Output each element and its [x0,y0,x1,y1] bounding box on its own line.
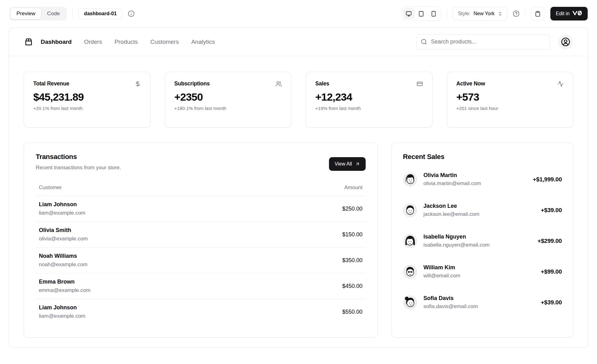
list-item: Jackson Lee jackson.lee@email.com +$39.0… [403,203,562,217]
avatar [403,172,417,187]
sale-amount: +$1,999.00 [533,176,562,183]
account-button[interactable] [558,34,573,49]
table-row: Noah Williams noah@example.com $350.00 [36,248,366,273]
nav-link-products[interactable]: Products [114,39,138,45]
transaction-amount: $250.00 [262,196,365,222]
sale-customer-email: sofia.davis@email.com [423,303,535,310]
stat-card-active-now: Active Now +573 +201 since last hour [447,72,574,128]
stat-title: Total Revenue [33,80,69,87]
table-row: Emma Brown emma@example.com $450.00 [36,273,366,299]
style-select-label: Style: [458,11,470,16]
customer-email: liam@example.com [39,210,259,216]
tab-code[interactable]: Code [41,8,66,19]
view-all-button[interactable]: View All [329,157,366,171]
customer-email: emma@example.com [39,287,259,293]
monitor-icon[interactable] [403,8,415,19]
customer-name: Noah Williams [39,253,259,259]
customer-email: noah@example.com [39,262,259,268]
list-item: Isabella Nguyen isabella.nguyen@email.co… [403,234,562,248]
tab-preview[interactable]: Preview [11,8,41,19]
stat-delta: +180.1% from last month [174,106,282,111]
stat-card-sales: Sales +12,234 +19% from last month [306,72,433,128]
transaction-amount: $150.00 [262,222,365,248]
transactions-title: Transactions [36,153,121,161]
dashboard-navbar: Dashboard Orders Products Customers Anal… [9,28,588,56]
stat-delta: +201 since last hour [456,106,564,111]
nav-link-orders[interactable]: Orders [84,39,102,45]
avatar [403,234,417,248]
arrow-up-right-icon [355,162,360,166]
search-field-wrap [416,34,550,50]
dollar-sign-icon [135,81,141,87]
toolbar-divider [447,10,447,18]
nav-link-analytics[interactable]: Analytics [191,39,215,45]
search-input[interactable] [416,34,550,50]
device-toggle-group [401,7,441,21]
sale-amount: +$39.00 [541,207,562,214]
stat-title: Sales [315,80,329,87]
recent-sales-list: Olivia Martin olivia.martin@email.com +$… [403,172,562,310]
clipboard-icon [535,11,541,17]
customer-name: Olivia Smith [39,227,259,234]
stat-card-subscriptions: Subscriptions +2350 +180.1% from last mo… [165,72,292,128]
transaction-amount: $350.00 [262,248,365,273]
preview-toolbar: Preview Code dashboard-01 Style: New Yor… [0,0,597,27]
view-all-label: View All [335,161,352,167]
customer-email: liam@example.com [39,313,259,319]
transactions-card: Transactions Recent transactions from yo… [24,143,378,338]
stat-title: Subscriptions [174,80,210,87]
sale-customer-name: Jackson Lee [423,203,535,209]
info-icon[interactable] [128,10,135,17]
stat-delta: +20.1% from last month [33,106,141,111]
column-header-customer: Customer [36,181,262,196]
transactions-subtitle: Recent transactions from your store. [36,165,121,171]
smartphone-icon[interactable] [428,8,440,19]
avatar [403,203,417,217]
customer-name: Liam Johnson [39,304,259,311]
transaction-amount: $450.00 [262,273,365,299]
stat-card-total-revenue: Total Revenue $45,231.89 +20.1% from las… [24,72,150,128]
style-select-value: New York [474,11,495,16]
circle-help-icon[interactable] [513,10,520,17]
sale-amount: +$99.00 [541,268,562,275]
chevrons-up-down-icon [498,11,502,16]
v0-logo-icon [572,11,582,17]
package-icon [24,37,33,47]
recent-sales-title: Recent Sales [403,153,562,161]
recent-sales-card: Recent Sales [391,143,573,338]
stat-value: +12,234 [315,91,423,103]
sale-customer-email: olivia.martin@email.com [423,180,527,187]
stats-row: Total Revenue $45,231.89 +20.1% from las… [24,72,573,128]
activity-icon [558,81,564,87]
stat-value: +573 [456,91,564,103]
sale-customer-name: Sofia Davis [423,295,535,302]
table-row: Liam Johnson liam@example.com $550.00 [36,299,366,325]
users-icon [275,81,282,87]
stat-title: Active Now [456,80,485,87]
stat-value: +2350 [174,91,282,103]
nav-link-dashboard[interactable]: Dashboard [41,39,72,45]
tablet-icon[interactable] [415,8,427,19]
sale-customer-email: will@email.com [423,273,535,279]
toolbar-divider [525,10,525,18]
list-item: William Kim will@email.com +$99.00 [403,264,562,279]
stat-delta: +19% from last month [315,106,423,111]
search-icon [421,39,427,45]
edit-in-v0-button[interactable]: Edit in [550,7,588,20]
column-header-amount: Amount [262,181,365,196]
style-select[interactable]: Style: New York [453,7,507,20]
transactions-table: Customer Amount Liam Johnson liam@exampl… [36,181,366,325]
view-tab-group: Preview Code [9,7,67,20]
toolbar-divider [72,10,73,18]
customer-email: olivia@example.com [39,236,259,242]
copy-code-button[interactable] [531,7,545,20]
sale-customer-email: jackson.lee@email.com [423,211,535,217]
dashboard-preview-frame: Dashboard Orders Products Customers Anal… [9,27,588,348]
sale-customer-name: Olivia Martin [423,172,527,179]
nav-link-customers[interactable]: Customers [150,39,179,45]
user-circle-icon [561,37,570,47]
customer-name: Emma Brown [39,279,259,285]
sale-customer-name: William Kim [423,264,535,271]
block-name-badge: dashboard-01 [78,8,122,19]
stat-value: $45,231.89 [33,91,141,103]
